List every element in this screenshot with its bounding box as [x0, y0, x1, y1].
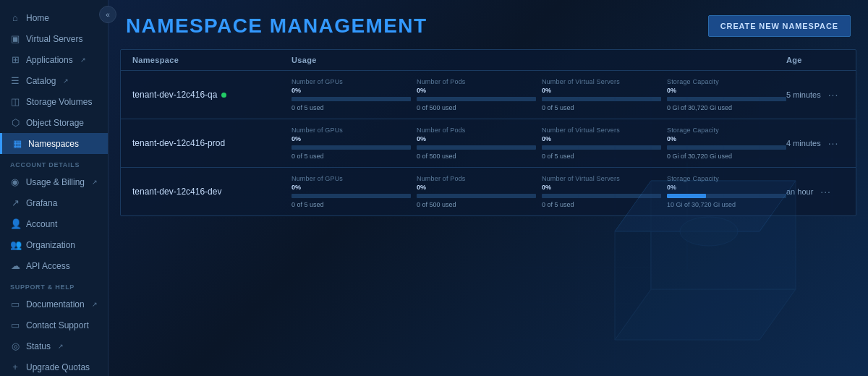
object-storage-icon: ⬡	[10, 117, 20, 128]
progress-bar	[292, 194, 411, 198]
sidebar-item-label: Namespaces	[28, 139, 79, 149]
sidebar-item-usage-billing[interactable]: ◉ Usage & Billing ↗	[0, 171, 108, 192]
sidebar-item-namespaces[interactable]: ▦ Namespaces	[0, 133, 108, 154]
progress-bar	[542, 145, 661, 150]
sidebar-item-label: Applications	[26, 55, 73, 65]
usage-virtual-servers: Number of Virtual Servers 0% 0 of 5 used	[542, 127, 661, 160]
sidebar-item-applications[interactable]: ⊞ Applications ↗	[0, 49, 108, 70]
table-row: tenant-dev-12c416-qa Number of GPUs 0% 0…	[121, 71, 856, 119]
progress-bar	[542, 194, 661, 198]
sidebar-item-label: Contact Support	[26, 320, 89, 330]
api-icon: ☁	[10, 260, 20, 271]
sidebar-item-label: API Access	[26, 261, 70, 271]
age-cell: 5 minutes ···	[786, 87, 844, 102]
progress-fill	[667, 194, 706, 198]
sidebar-item-label: Grafana	[26, 198, 57, 208]
sidebar: « ⌂ Home ▣ Virtual Servers ⊞ Application…	[0, 0, 109, 376]
storage-icon: ◫	[10, 96, 20, 107]
progress-bar	[292, 145, 411, 150]
main-header: NAMESPACE MANAGEMENT CREATE NEW NAMESPAC…	[109, 0, 868, 49]
table-row: tenant-dev-12c416-prod Number of GPUs 0%…	[121, 119, 856, 168]
sidebar-item-label: Home	[26, 13, 49, 23]
usage-virtual-servers: Number of Virtual Servers 0% 0 of 5 used	[542, 78, 661, 111]
progress-bar	[417, 194, 536, 198]
sidebar-item-virtual-servers[interactable]: ▣ Virtual Servers	[0, 28, 108, 49]
usage-gpus: Number of GPUs 0% 0 of 5 used	[292, 127, 411, 160]
sidebar-item-label: Upgrade Quotas	[26, 362, 90, 372]
support-section-label: SUPPORT & HELP	[0, 276, 108, 294]
sidebar-item-contact-support[interactable]: ▭ Contact Support	[0, 315, 108, 336]
account-icon: 👤	[10, 218, 20, 229]
billing-icon: ◉	[10, 176, 20, 187]
progress-bar	[667, 97, 786, 101]
sidebar-item-status[interactable]: ◎ Status ↗	[0, 336, 108, 356]
row-more-button[interactable]: ···	[825, 136, 842, 150]
external-link-icon: ↗	[80, 56, 86, 64]
sidebar-item-upgrade-quotas[interactable]: + Upgrade Quotas	[0, 356, 108, 376]
age-cell: 4 minutes ···	[786, 136, 844, 150]
usage-pods: Number of Pods 0% 0 of 500 used	[417, 78, 536, 111]
usage-storage: Storage Capacity 0% 0 Gi of 30,720 Gi us…	[667, 78, 786, 111]
page-title: NAMESPACE MANAGEMENT	[126, 14, 427, 38]
grafana-icon: ↗	[10, 197, 20, 208]
namespaces-icon: ▦	[12, 138, 22, 149]
usage-grid: Number of GPUs 0% 0 of 5 used Number of …	[292, 175, 786, 208]
server-icon: ▣	[10, 33, 20, 44]
row-more-button[interactable]: ···	[825, 87, 842, 102]
namespace-name: tenant-dev-12c416-prod	[132, 138, 292, 148]
usage-grid: Number of GPUs 0% 0 of 5 used Number of …	[292, 127, 786, 160]
row-more-button[interactable]: ···	[817, 184, 834, 199]
sidebar-item-object-storage[interactable]: ⬡ Object Storage	[0, 112, 108, 133]
progress-bar	[417, 97, 536, 101]
sidebar-item-label: Virtual Servers	[26, 34, 82, 44]
namespace-name: tenant-dev-12c416-dev	[132, 187, 292, 197]
namespace-name: tenant-dev-12c416-qa	[132, 90, 292, 100]
usage-virtual-servers: Number of Virtual Servers 0% 0 of 5 used	[542, 175, 661, 208]
usage-pods: Number of Pods 0% 0 of 500 used	[417, 127, 536, 160]
sidebar-item-label: Status	[26, 341, 51, 351]
collapse-button[interactable]: «	[99, 6, 116, 23]
main-content: NAMESPACE MANAGEMENT CREATE NEW NAMESPAC…	[109, 0, 868, 376]
sidebar-item-storage-volumes[interactable]: ◫ Storage Volumes	[0, 91, 108, 112]
column-namespace: Namespace	[132, 56, 292, 64]
home-icon: ⌂	[10, 12, 20, 23]
sidebar-item-organization[interactable]: 👥 Organization	[0, 234, 108, 255]
account-section-label: ACCOUNT DETAILS	[0, 154, 108, 171]
status-icon: ◎	[10, 341, 20, 351]
sidebar-item-label: Catalog	[26, 76, 56, 86]
sidebar-item-label: Usage & Billing	[26, 177, 85, 187]
create-namespace-button[interactable]: CREATE NEW NAMESPACE	[708, 15, 851, 37]
namespaces-table: Namespace Usage Age tenant-dev-12c416-qa…	[120, 49, 856, 216]
column-usage: Usage	[292, 56, 786, 64]
svg-marker-0	[615, 289, 796, 340]
sidebar-nav: ⌂ Home ▣ Virtual Servers ⊞ Applications …	[0, 0, 108, 376]
usage-gpus: Number of GPUs 0% 0 of 5 used	[292, 175, 411, 208]
external-link-icon: ↗	[92, 179, 98, 186]
usage-grid: Number of GPUs 0% 0 of 5 used Number of …	[292, 78, 786, 111]
progress-bar	[542, 97, 661, 101]
sidebar-item-catalog[interactable]: ☰ Catalog ↗	[0, 70, 108, 91]
age-cell: an hour ···	[786, 184, 844, 199]
sidebar-item-api-access[interactable]: ☁ API Access	[0, 255, 108, 276]
column-age: Age	[786, 56, 844, 64]
sidebar-item-documentation[interactable]: ▭ Documentation ↗	[0, 294, 108, 315]
usage-storage: Storage Capacity 0% 10 Gi of 30,720 Gi u…	[667, 175, 786, 208]
progress-bar	[667, 145, 786, 150]
table-header: Namespace Usage Age	[121, 50, 856, 71]
status-indicator	[221, 93, 226, 98]
sidebar-item-home[interactable]: ⌂ Home	[0, 7, 108, 28]
catalog-icon: ☰	[10, 75, 20, 86]
progress-bar	[292, 97, 411, 101]
progress-bar	[417, 145, 536, 150]
table-row: tenant-dev-12c416-dev Number of GPUs 0% …	[121, 168, 856, 215]
usage-gpus: Number of GPUs 0% 0 of 5 used	[292, 78, 411, 111]
progress-bar	[667, 194, 786, 198]
sidebar-item-label: Documentation	[26, 299, 85, 309]
sidebar-item-account[interactable]: 👤 Account	[0, 213, 108, 234]
sidebar-item-label: Storage Volumes	[26, 97, 92, 107]
sidebar-item-label: Account	[26, 219, 57, 229]
sidebar-item-grafana[interactable]: ↗ Grafana	[0, 192, 108, 213]
upgrade-icon: +	[10, 362, 20, 372]
svg-point-6	[680, 217, 738, 246]
sidebar-item-label: Object Storage	[26, 118, 84, 128]
